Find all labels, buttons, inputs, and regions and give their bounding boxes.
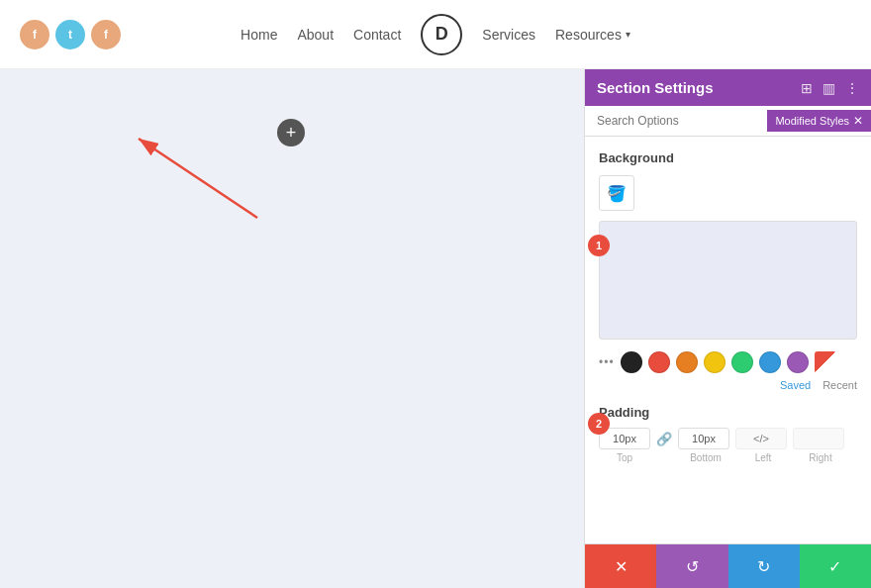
padding-field-labels: Top Bottom Left Right [599,452,857,463]
close-modified-styles-icon[interactable]: ✕ [853,114,863,128]
custom-color-swatch[interactable] [815,351,836,373]
background-preview[interactable] [599,221,857,340]
canvas: + [0,69,584,588]
saved-label[interactable]: Saved [780,379,811,391]
more-colors-icon[interactable]: ••• [599,355,615,369]
panel-header-icons: ⊞ ▥ ⋮ [801,80,859,96]
nav-logo[interactable]: D [421,14,462,55]
header: f t f Home About Contact D Services Reso… [0,0,871,69]
badge-2: 2 [588,413,610,435]
nav: Home About Contact D Services Resources … [241,14,630,55]
redo-button[interactable]: ↻ [728,544,800,588]
expand-icon[interactable]: ⊞ [801,80,813,96]
panel-title: Section Settings [597,79,714,96]
modified-styles-badge[interactable]: Modified Styles ✕ [767,110,871,132]
reset-button[interactable]: ↺ [656,544,727,588]
panel-body: 1 Background 🪣 ••• [585,137,871,543]
cancel-button[interactable]: ✕ [585,544,656,588]
chevron-down-icon: ▾ [626,29,630,40]
paint-bucket-swatch[interactable]: 🪣 [599,175,634,211]
panel-header: Section Settings ⊞ ▥ ⋮ [585,69,871,106]
recent-label[interactable]: Recent [823,379,857,391]
pinterest-icon[interactable]: f [91,20,121,49]
section-settings-panel: Section Settings ⊞ ▥ ⋮ Modified Styles ✕… [584,69,871,588]
color-swatch-blue[interactable] [759,351,781,373]
color-swatch-green[interactable] [731,351,753,373]
add-section-button[interactable]: + [277,119,305,147]
padding-right-input[interactable] [793,428,844,449]
facebook-icon[interactable]: f [20,20,49,49]
background-section: 1 Background 🪣 [599,150,857,340]
more-options-icon[interactable]: ⋮ [845,80,859,96]
twitter-icon[interactable]: t [55,20,85,49]
padding-left-input[interactable] [735,428,787,449]
background-label: Background [599,150,857,165]
save-button[interactable]: ✓ [800,544,871,588]
padding-section: 2 Padding 🔗 Top Bottom Left Right [599,405,857,463]
padding-label: Padding [599,405,857,420]
paint-bucket-icon: 🪣 [607,184,627,203]
svg-line-1 [139,139,257,218]
nav-contact[interactable]: Contact [353,27,401,43]
arrow-annotation [109,129,267,232]
color-swatch-orange[interactable] [676,351,698,373]
left-label: Left [737,452,789,463]
right-label: Right [795,452,846,463]
bottom-label: Bottom [680,452,731,463]
color-swatch-black[interactable] [621,351,642,373]
padding-bottom-input[interactable] [678,428,729,449]
color-swatch-yellow[interactable] [704,351,726,373]
bg-swatch-row: 🪣 [599,175,857,211]
nav-services[interactable]: Services [482,27,535,43]
padding-inputs-row: 🔗 [599,428,857,449]
top-label: Top [599,452,650,463]
nav-about[interactable]: About [297,27,334,43]
main-area: + Section Settings ⊞ ▥ ⋮ [0,69,871,588]
columns-icon[interactable]: ▥ [823,80,835,96]
panel-search-row: Modified Styles ✕ [585,106,871,137]
color-swatch-red[interactable] [648,351,670,373]
color-swatch-purple[interactable] [787,351,809,373]
badge-1: 1 [588,235,610,256]
color-row: ••• [599,351,857,373]
nav-resources[interactable]: Resources ▾ [555,27,630,43]
saved-recent-row: Saved Recent [599,379,857,391]
link-padding-icon[interactable]: 🔗 [656,432,672,446]
panel-footer: ✕ ↺ ↻ ✓ [585,543,871,588]
search-options-input[interactable] [585,106,767,136]
social-icons: f t f [20,20,121,49]
nav-home[interactable]: Home [241,27,277,43]
